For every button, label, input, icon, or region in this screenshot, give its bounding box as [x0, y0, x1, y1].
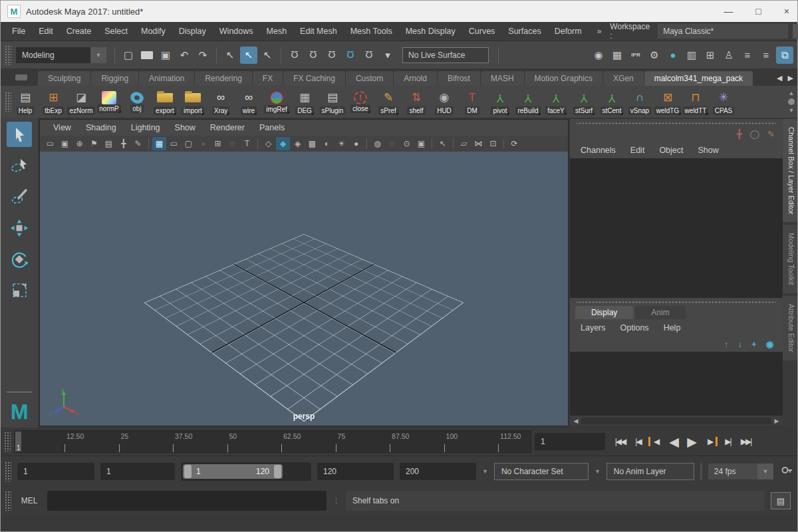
shelf-tab[interactable]: XGen [603, 71, 644, 86]
shelf-stcent-button[interactable]: Y stCent [598, 89, 626, 115]
shelf-tbexp-button[interactable]: ⊞ tbExp [39, 89, 67, 115]
time-slider-grip[interactable] [4, 432, 11, 452]
shelf-grip[interactable] [5, 92, 11, 112]
make-object-live-button[interactable]: Ω [360, 47, 378, 64]
create-empty-layer-button[interactable]: + [751, 339, 757, 349]
shelf-dm-button[interactable]: T DM [458, 89, 486, 115]
gate-mask-button[interactable]: ● [196, 137, 210, 150]
snap-to-curve-button[interactable]: Ω [305, 47, 322, 64]
viewport-menu-item[interactable]: Show [168, 121, 202, 134]
shelf-splugin-button[interactable]: ▤ sPlugin [319, 89, 346, 115]
wireframe-button[interactable]: ◇ [261, 137, 275, 150]
undo-button[interactable]: ↶ [176, 47, 193, 64]
new-scene-button[interactable]: ▢ [120, 47, 137, 64]
range-slider[interactable]: 1 120 [181, 462, 311, 481]
shelf-tab-scroll-right-icon[interactable]: ▶ [788, 74, 793, 82]
character-controls-button[interactable]: ♙ [720, 47, 737, 64]
shelf-tab-scroll-left-icon[interactable]: ◀ [777, 74, 782, 82]
channel-box-menu-item[interactable]: Show [692, 144, 726, 157]
shelf-tab[interactable]: Motion Graphics [525, 71, 603, 86]
shelf-weldtt-button[interactable]: ⊓ weldTT [682, 89, 710, 115]
live-surface-field[interactable]: No Live Surface [402, 47, 489, 63]
select-object-mode-button[interactable]: ↖ [240, 47, 257, 64]
playback-end-field[interactable]: 120 [317, 463, 394, 480]
script-editor-button[interactable]: ▤ [771, 492, 791, 509]
viewport-menu-item[interactable]: Panels [253, 121, 291, 134]
menu-item[interactable]: Display [173, 25, 212, 38]
rotate-tool-button[interactable] [7, 247, 32, 272]
scroll-right-icon[interactable]: ▶ [773, 418, 781, 424]
anim-layer-dropdown-icon[interactable]: ▼ [595, 468, 600, 475]
menu-item[interactable]: Create [61, 25, 98, 38]
shelf-imgref-button[interactable]: imgRef [263, 90, 291, 114]
layer-editor-menu-item[interactable]: Layers [574, 321, 612, 334]
range-slider-grip[interactable] [5, 462, 11, 481]
menu-item[interactable]: Edit [33, 25, 59, 38]
range-slider-bar[interactable]: 1 120 [183, 464, 283, 479]
menu-item[interactable]: Mesh [261, 25, 293, 38]
layer-editor-menu-item[interactable]: Help [657, 321, 688, 334]
character-set-selector[interactable]: No Character Set [494, 463, 589, 480]
step-back-key-button[interactable]: ◀ [647, 432, 665, 451]
shelf-vsnap-button[interactable]: ∩ vSnap [626, 89, 654, 115]
open-scene-button[interactable] [138, 47, 156, 64]
layer-editor-tab[interactable]: Display [575, 306, 633, 319]
snap-options-dropdown[interactable]: ▾ [379, 47, 396, 64]
camera-attributes-button[interactable]: ⊕ [72, 137, 86, 150]
current-time-field[interactable]: 1 [535, 433, 605, 450]
viewport-canvas[interactable]: y x z persp [40, 152, 568, 426]
snap-to-point-button[interactable]: Ω [323, 47, 340, 64]
fps-selector[interactable]: 24 fps ▼ [708, 464, 773, 479]
range-end-handle[interactable] [274, 465, 281, 478]
lock-camera-button[interactable]: ▣ [58, 137, 72, 150]
smooth-shade-button[interactable]: ◆ [276, 137, 290, 150]
layer-editor-tab[interactable]: Anim [635, 306, 685, 319]
layer-editor-grip[interactable] [577, 298, 776, 305]
exposure-button[interactable]: ⊡ [486, 137, 500, 150]
sidebar-tab[interactable]: Modeling Toolkit [783, 225, 797, 293]
menu-item[interactable]: Deform [549, 25, 588, 38]
scroll-track[interactable] [581, 418, 771, 424]
shelf-tab[interactable]: Arnold [394, 71, 438, 86]
save-scene-button[interactable]: ▣ [157, 47, 174, 64]
shelf-tab[interactable]: Rigging [91, 71, 139, 86]
display-layers-button[interactable]: ≡ [739, 47, 756, 64]
channel-box-menu-item[interactable]: Object [652, 144, 690, 157]
pan-zoom-button[interactable]: ╋ [116, 137, 130, 150]
menu-item[interactable]: Mesh Tools [344, 25, 398, 38]
hyperbolic-pencil-icon[interactable]: ✎ [767, 129, 775, 139]
manipulator-axis-icon[interactable]: ╋ [737, 129, 742, 139]
command-line-input[interactable] [47, 491, 327, 511]
menu-item[interactable]: Curves [463, 25, 501, 38]
shelf-rebuild-button[interactable]: Y reBuild [514, 89, 542, 115]
anim-layer-selector[interactable]: No Anim Layer [606, 463, 694, 480]
shelf-pivot-button[interactable]: Y pivot [486, 89, 514, 115]
anim-layers-button[interactable]: ≡ [757, 47, 775, 64]
multisample-button[interactable]: ⊙ [400, 137, 414, 150]
film-gate-button[interactable]: ▭ [167, 137, 181, 150]
redo-button[interactable]: ↷ [194, 47, 211, 64]
shelf-facey-button[interactable]: Y faceY [542, 89, 570, 115]
maximize-button[interactable]: □ [755, 6, 761, 17]
menu-item[interactable]: Surfaces [502, 25, 547, 38]
shelf-eznorm-button[interactable]: ◪ ezNorm [67, 89, 95, 115]
render-settings-button[interactable]: ⚙ [646, 47, 663, 64]
play-backwards-button[interactable]: ◀ [665, 432, 683, 451]
shelf-scroll-up-icon[interactable]: ▲ [789, 90, 795, 96]
move-layer-up-button[interactable]: ↑ [724, 339, 729, 349]
shelf-cpas-button[interactable]: ✳ CPAS [710, 89, 737, 115]
menu-set-dropdown-arrow[interactable]: ▼ [90, 47, 106, 63]
shelf-tab[interactable]: FX [253, 71, 283, 86]
go-to-start-button[interactable]: |◀◀ [611, 432, 629, 451]
step-forward-key-button[interactable]: ▶ [701, 432, 719, 451]
close-button[interactable]: × [784, 6, 789, 17]
shelf-tab[interactable]: MASH [481, 71, 525, 86]
shelf-tab[interactable]: Sculpting [38, 71, 91, 86]
move-tool-button[interactable] [7, 215, 32, 241]
menu-item[interactable]: Modify [135, 25, 172, 38]
menu-item[interactable]: Mesh Display [400, 25, 462, 38]
shadows-button[interactable]: ● [349, 137, 363, 150]
minimize-button[interactable]: — [724, 6, 733, 17]
shelf-tab[interactable]: Rendering [195, 71, 252, 86]
viewport-menu-item[interactable]: Shading [79, 121, 123, 134]
